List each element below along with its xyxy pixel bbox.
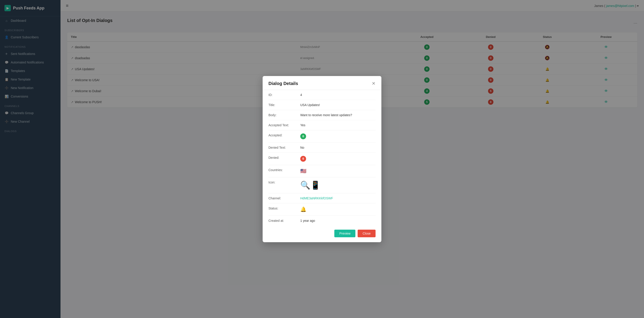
created-value: 1 year ago — [300, 219, 376, 222]
id-value: 4 — [300, 93, 376, 97]
accepted-text-label: Accepted Text: — [268, 123, 298, 127]
countries-label: Countries: — [268, 168, 298, 172]
modal-footer: Preview Close — [262, 226, 382, 242]
preview-button[interactable]: Preview — [334, 230, 356, 237]
channel-value: HdME3aNRKKkfOSWF — [300, 196, 376, 200]
detail-row-countries: Countries: 🇺🇸 — [268, 165, 376, 177]
denied-count: 0 — [300, 156, 376, 162]
close-button[interactable]: Close — [358, 230, 376, 237]
detail-row-accepted-text: Accepted Text: Yes — [268, 120, 376, 130]
detail-row-id: ID: 4 — [268, 90, 376, 100]
denied-text-label: Denied Text: — [268, 146, 298, 149]
detail-row-status: Status: 🔔 — [268, 203, 376, 216]
dialog-details-modal: Dialog Details ✕ ID: 4 Title: USA Update… — [262, 76, 382, 242]
status-value: 🔔 — [300, 207, 376, 212]
countries-value: 🇺🇸 — [300, 168, 376, 174]
accepted-label: Accepted: — [268, 133, 298, 137]
modal-title: Dialog Details — [268, 81, 298, 86]
detail-row-channel: Channel: HdME3aNRKKkfOSWF — [268, 193, 376, 203]
detail-row-body: Body: Want to receive more latest update… — [268, 110, 376, 120]
channel-label: Channel: — [268, 196, 298, 200]
icon-value: 🔍📱 — [300, 181, 376, 190]
detail-row-denied: Denied: 0 — [268, 153, 376, 165]
modal-header: Dialog Details ✕ — [262, 76, 382, 90]
accepted-count: 0 — [300, 133, 376, 139]
detail-row-created: Created at: 1 year ago — [268, 216, 376, 226]
id-label: ID: — [268, 93, 298, 97]
modal-overlay[interactable]: Dialog Details ✕ ID: 4 Title: USA Update… — [0, 0, 644, 318]
title-label: Title: — [268, 103, 298, 107]
icon-label: Icon: — [268, 181, 298, 184]
flag-us-icon: 🇺🇸 — [300, 168, 306, 174]
channel-link[interactable]: HdME3aNRKKkfOSWF — [300, 196, 333, 200]
title-value: USA Updates! — [300, 103, 376, 107]
denied-text-value: No — [300, 146, 376, 149]
body-value: Want to receive more latest updates? — [300, 113, 376, 117]
detail-row-denied-text: Denied Text: No — [268, 143, 376, 153]
denied-badge: 0 — [300, 156, 306, 162]
accepted-text-value: Yes — [300, 123, 376, 127]
dialog-icon-image: 🔍📱 — [300, 181, 320, 190]
modal-close-button[interactable]: ✕ — [372, 81, 376, 86]
denied-label: Denied: — [268, 156, 298, 159]
body-label: Body: — [268, 113, 298, 117]
accepted-badge: 0 — [300, 133, 306, 139]
status-label: Status: — [268, 207, 298, 210]
detail-row-icon: Icon: 🔍📱 — [268, 177, 376, 193]
detail-row-title: Title: USA Updates! — [268, 100, 376, 110]
created-label: Created at: — [268, 219, 298, 222]
detail-row-accepted: Accepted: 0 — [268, 130, 376, 143]
modal-body: ID: 4 Title: USA Updates! Body: Want to … — [262, 90, 382, 226]
status-bell-icon: 🔔 — [300, 207, 306, 212]
